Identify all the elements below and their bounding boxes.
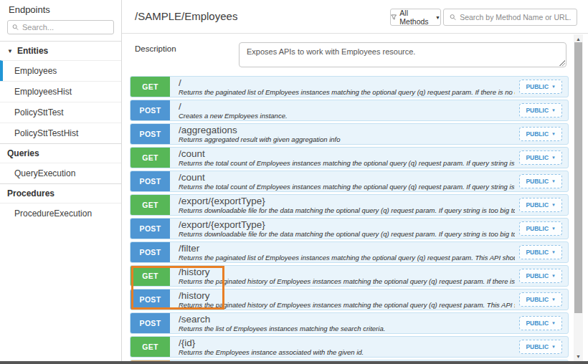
endpoint-description: Returns the list of Employees instances … [179,325,515,332]
endpoint-path: /aggregations [179,125,515,135]
visibility-dropdown[interactable]: PUBLIC ▼ [519,80,562,94]
endpoint-path: /history [179,267,515,277]
vertical-scrollbar: ▲ ▼ [574,34,583,361]
scrollbar-thumb[interactable] [574,42,582,313]
visibility-dropdown[interactable]: PUBLIC ▼ [519,174,562,188]
chevron-down-icon: ▼ [551,108,556,112]
endpoint-path: /search [179,314,515,325]
all-methods-dropdown[interactable]: All Methods ▼ [390,9,441,26]
visibility-dropdown[interactable]: PUBLIC ▼ [519,198,562,212]
description-textarea[interactable]: Exposes APIs to work with Employees reso… [239,42,566,67]
endpoint-row[interactable]: GET /export/{exportType} Returns downloa… [130,194,569,216]
visibility-label: PUBLIC [526,201,549,209]
sidebar-section-procedures: Procedures [0,183,121,203]
visibility-dropdown[interactable]: PUBLIC ▼ [519,127,562,141]
sidebar-item-employees[interactable]: Employees [0,60,121,81]
endpoint-text: /{id} Returns the Employees instance ass… [170,337,519,357]
endpoint-text: /export/{exportType} Returns downloadabl… [170,219,519,239]
chevron-down-icon: ▼ [551,132,556,136]
endpoint-row[interactable]: POST /filter Returns the paginated list … [130,241,569,263]
chevron-down-icon: ▼ [551,274,556,278]
page-title: /SAMPLE/Employees [135,10,237,22]
visibility-dropdown[interactable]: PUBLIC ▼ [519,245,562,259]
endpoint-row[interactable]: POST /count Returns the total count of E… [130,171,569,192]
sidebar-item-policystttest[interactable]: PolicySttTest [0,102,121,123]
method-badge: POST [131,171,170,191]
visibility-dropdown[interactable]: PUBLIC ▼ [519,150,562,165]
endpoint-description: Returns the Employees instance associate… [179,348,515,356]
section-label: Procedures [7,188,54,198]
visibility-label: PUBLIC [526,343,549,350]
endpoint-row[interactable]: GET /count Returns the total count of Em… [130,147,569,168]
visibility-dropdown[interactable]: PUBLIC ▼ [519,103,562,118]
method-search-input[interactable] [460,13,571,21]
method-badge: GET [131,148,170,168]
visibility-label: PUBLIC [526,83,549,90]
endpoint-description: Returns the paginated history of Employe… [179,301,515,309]
visibility-dropdown[interactable]: PUBLIC ▼ [519,316,562,330]
endpoint-row[interactable]: POST /search Returns the list of Employe… [130,312,569,334]
endpoint-path: /count [179,148,515,159]
visibility-dropdown[interactable]: PUBLIC ▼ [519,292,562,307]
sidebar-item-employeeshist[interactable]: EmployeesHist [0,81,121,102]
sidebar-section-entities[interactable]: ▼Entities [0,41,121,60]
chevron-down-icon: ▼ [551,226,556,231]
endpoint-row[interactable]: POST / Creates a new Employees instance.… [130,100,569,121]
method-badge: POST [131,219,170,239]
endpoint-row[interactable]: POST /aggregations Returns aggregated re… [130,123,569,145]
endpoint-path: /count [179,172,515,183]
chevron-down-icon: ▼ [435,15,440,20]
visibility-dropdown[interactable]: PUBLIC ▼ [519,269,562,283]
section-label: Entities [17,46,48,56]
endpoint-description: Creates a new Employees instance. [179,112,515,120]
caret-down-icon: ▼ [7,48,13,54]
chevron-down-icon: ▼ [551,203,556,207]
description-label: Description [135,44,176,53]
sidebar-search-input[interactable] [22,23,109,32]
chevron-down-icon: ▼ [551,345,556,349]
endpoint-text: /count Returns the total count of Employ… [170,171,519,191]
endpoint-text: / Returns the paginated list of Employee… [170,77,519,97]
visibility-dropdown[interactable]: PUBLIC ▼ [519,221,562,236]
endpoint-path: /export/{exportType} [179,196,515,206]
endpoint-text: /history Returns the paginated history o… [170,289,519,310]
endpoint-row[interactable]: GET / Returns the paginated list of Empl… [130,76,569,97]
sidebar-title: Endpoints [0,0,121,18]
sidebar-search[interactable] [7,20,114,34]
endpoint-path: /export/{exportType} [179,219,515,230]
chevron-down-icon: ▼ [551,155,556,160]
chevron-down-icon: ▼ [551,179,556,183]
method-badge: POST [131,100,170,120]
method-badge: POST [131,289,170,310]
sidebar-sections: ▼EntitiesEmployeesEmployeesHistPolicyStt… [0,41,121,224]
endpoint-path: /history [179,290,515,301]
visibility-label: PUBLIC [526,320,549,327]
endpoints-panel: Description Exposes APIs to work with Em… [122,34,588,361]
visibility-label: PUBLIC [526,130,549,138]
method-badge: POST [131,313,170,333]
sidebar-item-queryexecution[interactable]: QueryExecution [0,163,121,183]
method-search[interactable] [443,9,577,26]
visibility-label: PUBLIC [526,107,549,114]
endpoint-description: Returns the paginated list of Employees … [179,254,515,262]
sidebar-item-policystttesthist[interactable]: PolicySttTestHist [0,123,121,143]
endpoint-text: / Creates a new Employees instance. [170,100,519,120]
main-header: /SAMPLE/Employees All Methods ▼ [122,0,588,34]
endpoints-sidebar: Endpoints ▼EntitiesEmployeesEmployeesHis… [0,0,122,361]
section-label: Queries [7,148,39,158]
endpoint-row[interactable]: GET /history Returns the paginated histo… [130,265,569,287]
endpoint-row[interactable]: GET /{id} Returns the Employees instance… [130,336,569,358]
sidebar-item-procedureexecution[interactable]: ProcedureExecution [0,203,121,224]
filter-icon [391,14,397,21]
search-icon [12,24,19,31]
endpoint-path: / [179,77,515,88]
visibility-dropdown[interactable]: PUBLIC ▼ [519,340,562,354]
endpoint-row[interactable]: POST /export/{exportType} Returns downlo… [130,218,569,239]
endpoint-description: Returns downloadable file for the data m… [179,206,515,214]
endpoint-row[interactable]: POST /history Returns the paginated hist… [130,289,569,310]
window-bottom-edge [0,361,588,364]
endpoint-list: GET / Returns the paginated list of Empl… [130,76,569,361]
sidebar-section-queries: Queries [0,143,121,163]
scroll-down-arrow-icon[interactable]: ▼ [574,353,583,360]
search-icon [450,14,456,21]
